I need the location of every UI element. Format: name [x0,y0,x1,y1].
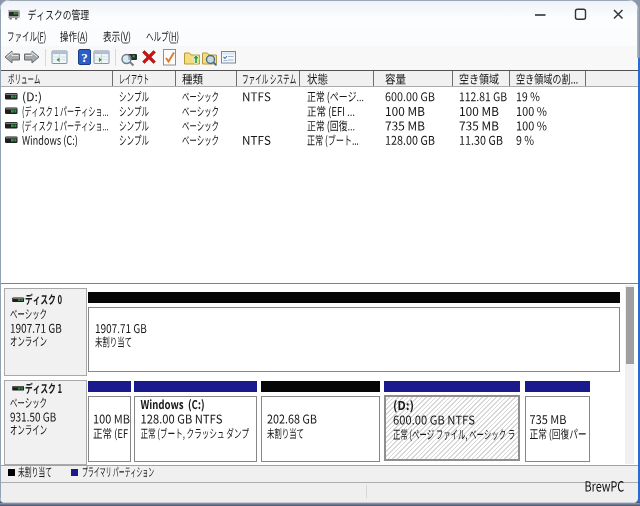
svg-text:?: ? [81,50,88,65]
